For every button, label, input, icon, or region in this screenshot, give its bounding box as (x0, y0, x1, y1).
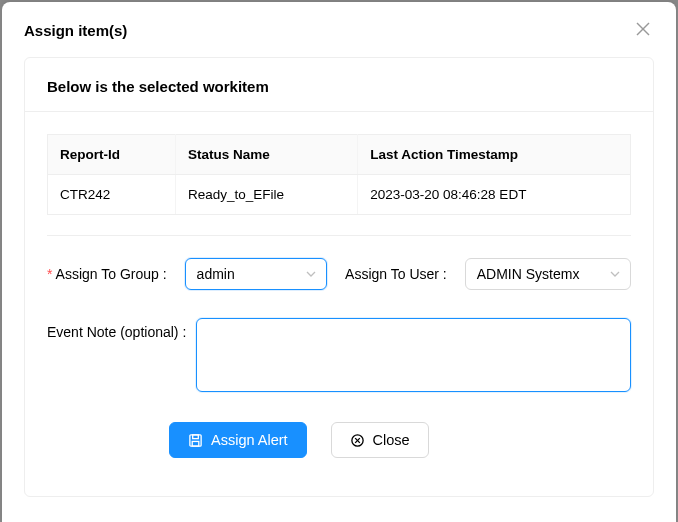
chevron-down-icon (610, 269, 620, 279)
cell-timestamp: 2023-03-20 08:46:28 EDT (358, 175, 631, 215)
close-circle-icon (350, 433, 365, 448)
col-report-id: Report-Id (48, 135, 176, 175)
assign-row: Assign To Group : admin Assign To User :… (47, 258, 631, 290)
event-note-label: Event Note (optional) : (47, 318, 186, 340)
modal-backdrop: Assign item(s) Below is the selected wor… (0, 0, 678, 522)
modal-header: Assign item(s) (2, 2, 676, 57)
assign-user-select[interactable]: ADMIN Systemx (465, 258, 631, 290)
table-row: CTR242 Ready_to_EFile 2023-03-20 08:46:2… (48, 175, 631, 215)
table-header-row: Report-Id Status Name Last Action Timest… (48, 135, 631, 175)
close-button[interactable]: Close (331, 422, 429, 458)
svg-rect-4 (192, 441, 199, 446)
assign-user-value: ADMIN Systemx (477, 266, 580, 282)
assign-alert-label: Assign Alert (211, 432, 288, 448)
workitem-table: Report-Id Status Name Last Action Timest… (47, 134, 631, 215)
divider (47, 235, 631, 236)
assign-group-select[interactable]: admin (185, 258, 327, 290)
button-row: Assign Alert Close (47, 422, 631, 458)
col-status-name: Status Name (175, 135, 357, 175)
cell-status-name: Ready_to_EFile (175, 175, 357, 215)
assign-modal: Assign item(s) Below is the selected wor… (2, 2, 676, 522)
assign-group-label: Assign To Group : (47, 266, 167, 282)
cell-report-id: CTR242 (48, 175, 176, 215)
divider (25, 111, 653, 112)
event-note-input[interactable] (196, 318, 631, 392)
svg-rect-3 (193, 434, 199, 438)
assign-user-label: Assign To User : (345, 266, 447, 282)
close-button-label: Close (373, 432, 410, 448)
panel: Below is the selected workitem Report-Id… (24, 57, 654, 497)
assign-group-value: admin (197, 266, 235, 282)
col-timestamp: Last Action Timestamp (358, 135, 631, 175)
chevron-down-icon (306, 269, 316, 279)
panel-subtitle: Below is the selected workitem (25, 58, 653, 111)
close-icon[interactable] (632, 20, 654, 41)
assign-alert-button[interactable]: Assign Alert (169, 422, 307, 458)
save-icon (188, 433, 203, 448)
event-note-row: Event Note (optional) : (47, 318, 631, 392)
panel-body: Report-Id Status Name Last Action Timest… (25, 126, 653, 480)
modal-title: Assign item(s) (24, 22, 127, 39)
